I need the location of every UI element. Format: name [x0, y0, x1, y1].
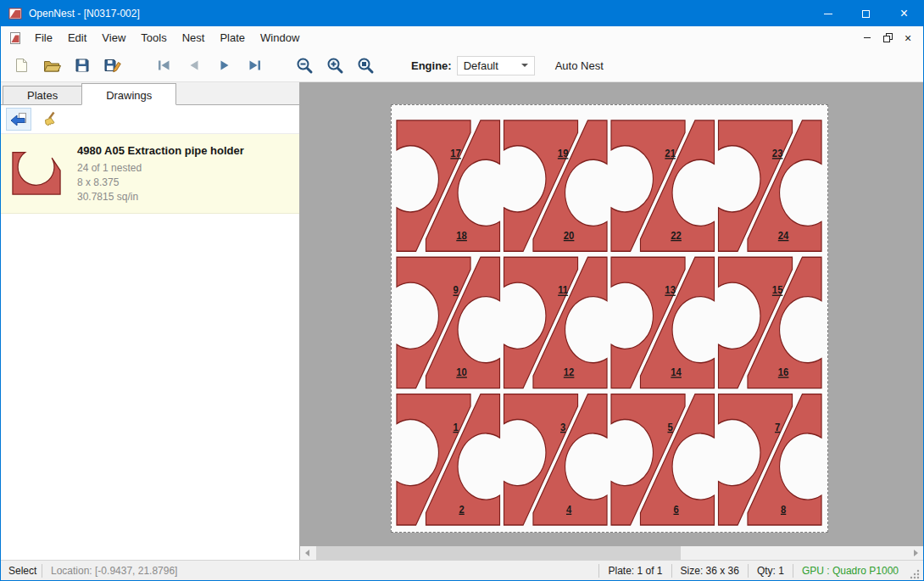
drawing-list-item[interactable]: 4980 A05 Extraction pipe holder 24 of 1 … [1, 134, 299, 214]
drawing-nested-count: 24 of 1 nested [77, 161, 244, 176]
tab-plates[interactable]: Plates [3, 86, 82, 104]
nested-pair-17-18[interactable]: 1718 [397, 120, 500, 251]
part-number-18: 18 [456, 229, 467, 242]
menu-item-edit[interactable]: Edit [60, 27, 94, 48]
status-bar: Select Location: [-0.9437, 21.8796] Plat… [1, 560, 923, 580]
save-button[interactable] [67, 52, 97, 79]
minimize-button[interactable] [809, 1, 847, 26]
part-number-6: 6 [673, 503, 678, 516]
scroll-left-icon [305, 550, 309, 556]
part-number-1: 1 [453, 421, 458, 433]
navigation-toolbar-group [148, 52, 270, 79]
nested-pair-19-20[interactable]: 1920 [504, 120, 607, 251]
menu-item-plate[interactable]: Plate [212, 27, 253, 48]
part-number-21: 21 [665, 147, 676, 159]
part-number-22: 22 [671, 229, 682, 242]
nested-pair-15-16[interactable]: 1516 [719, 257, 822, 388]
status-right-group: Plate: 1 of 1 Size: 36 x 36 Qty: 1 GPU :… [598, 561, 923, 580]
part-number-16: 16 [778, 366, 789, 378]
mdi-close-button[interactable]: × [898, 29, 918, 47]
main-area: Plates Drawings [1, 82, 923, 560]
part-number-19: 19 [558, 147, 569, 159]
status-qty: Qty: 1 [749, 565, 793, 577]
status-mode: Select [1, 565, 42, 577]
menu-item-file[interactable]: File [27, 27, 60, 48]
scroll-left-button[interactable] [300, 546, 314, 560]
new-file-icon [13, 57, 30, 74]
file-toolbar-group [6, 52, 128, 79]
title-bar: OpenNest - [N0317-002] × [1, 1, 923, 26]
close-button[interactable]: × [885, 1, 923, 26]
nested-pair-21-22[interactable]: 2122 [611, 120, 715, 251]
drawing-info: 4980 A05 Extraction pipe holder 24 of 1 … [77, 142, 244, 204]
zoom-fit-button[interactable] [350, 52, 381, 79]
save-edit-button[interactable] [97, 52, 128, 79]
menu-item-window[interactable]: Window [253, 27, 307, 48]
clean-button[interactable] [38, 108, 64, 131]
close-icon: × [900, 7, 908, 20]
engine-select[interactable]: Default [457, 56, 535, 75]
nested-pair-7-8[interactable]: 78 [719, 394, 822, 525]
zoom-in-button[interactable] [320, 52, 350, 79]
part-number-24: 24 [778, 229, 789, 242]
part-number-20: 20 [564, 229, 575, 242]
status-gpu: GPU : Quadro P1000 [793, 565, 907, 577]
mdi-restore-button[interactable] [877, 29, 898, 47]
menu-item-nest[interactable]: Nest [175, 27, 213, 48]
nested-pair-11-12[interactable]: 1112 [504, 257, 607, 388]
scroll-right-icon [914, 550, 918, 556]
menu-item-tools[interactable]: Tools [133, 27, 174, 48]
nested-pair-9-10[interactable]: 910 [397, 257, 500, 388]
zoom-out-button[interactable] [289, 52, 320, 79]
zoom-fit-icon [356, 56, 375, 75]
part-thumbnail [8, 142, 65, 198]
nested-pair-5-6[interactable]: 56 [611, 394, 715, 525]
canvas-horizontal-scrollbar[interactable] [300, 546, 923, 560]
part-number-3: 3 [560, 421, 565, 433]
new-button[interactable] [6, 52, 36, 79]
tab-drawings[interactable]: Drawings [81, 83, 176, 105]
scroll-right-button[interactable] [909, 546, 923, 560]
window-controls: × [809, 1, 923, 26]
part-number-23: 23 [772, 147, 783, 159]
nested-pair-23-24[interactable]: 2324 [719, 120, 822, 251]
part-number-7: 7 [775, 421, 780, 433]
next-arrow-icon [216, 57, 233, 74]
auto-nest-button[interactable]: Auto Nest [550, 56, 609, 75]
mdi-restore-icon [883, 33, 893, 42]
sidebar-tabs: Plates Drawings [1, 82, 299, 105]
broom-icon [42, 111, 59, 128]
scrollbar-thumb[interactable] [316, 546, 681, 560]
nest-drawing: 171819202122232491011121314151612345678 [392, 105, 827, 532]
window-title: OpenNest - [N0317-002] [29, 8, 140, 20]
save-edit-icon [103, 57, 122, 74]
part-number-4: 4 [566, 503, 571, 516]
plate: 171819202122232491011121314151612345678 [391, 104, 828, 533]
mdi-minimize-button[interactable] [857, 29, 877, 47]
last-plate-button[interactable] [240, 52, 270, 79]
import-arrow-icon [9, 111, 28, 128]
document-icon [9, 31, 22, 45]
first-plate-button[interactable] [148, 52, 179, 79]
open-folder-icon [42, 57, 61, 74]
maximize-button[interactable] [847, 1, 885, 26]
part-number-5: 5 [667, 421, 672, 433]
zoom-out-icon [295, 56, 314, 75]
nest-canvas[interactable]: 171819202122232491011121314151612345678 [300, 82, 923, 560]
next-plate-button[interactable] [209, 52, 240, 79]
zoom-toolbar-group [289, 52, 381, 79]
chevron-down-icon [521, 64, 528, 67]
part-number-8: 8 [781, 503, 786, 516]
reload-drawing-button[interactable] [6, 108, 31, 131]
nested-pair-1-2[interactable]: 12 [397, 394, 500, 525]
part-number-11: 11 [558, 284, 568, 297]
maximize-icon [862, 10, 870, 18]
nested-pair-13-14[interactable]: 1314 [611, 257, 715, 388]
menu-item-view[interactable]: View [94, 27, 133, 48]
resize-grip [909, 568, 921, 580]
drawing-size: 8 x 8.375 [77, 176, 244, 190]
open-button[interactable] [36, 52, 67, 79]
previous-plate-button[interactable] [179, 52, 209, 79]
nested-pair-3-4[interactable]: 34 [504, 394, 607, 525]
part-number-15: 15 [772, 284, 783, 297]
